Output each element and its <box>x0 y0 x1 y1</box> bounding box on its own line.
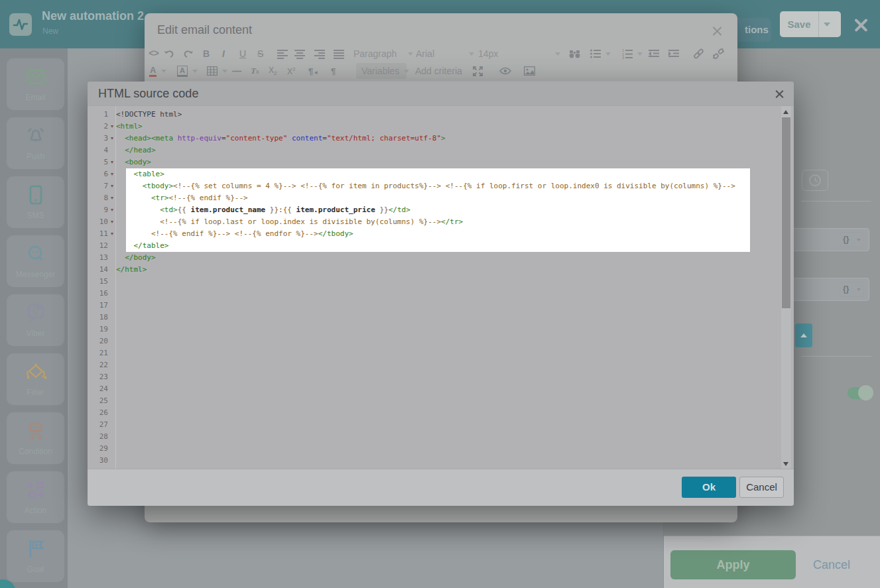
preview-eye-icon[interactable] <box>499 63 511 79</box>
collapse-up-button[interactable] <box>795 323 812 347</box>
condition-icon <box>7 419 64 443</box>
no-fold <box>108 407 116 419</box>
fold-caret-icon[interactable]: ▾ <box>108 180 116 192</box>
ok-button[interactable]: Ok <box>682 477 736 498</box>
save-dropdown-caret-icon[interactable] <box>824 23 830 30</box>
close-edit-modal-icon[interactable] <box>712 26 722 36</box>
chevron-down-icon <box>605 52 611 58</box>
outdent-icon[interactable] <box>649 46 659 62</box>
schedule-clock-button[interactable] <box>802 170 828 191</box>
font-color-icon[interactable]: A <box>149 63 166 79</box>
divider <box>801 201 871 202</box>
horizontal-line-icon[interactable]: — <box>232 63 241 79</box>
no-fold <box>108 240 116 252</box>
insert-variable-button[interactable]: {} <box>840 282 864 297</box>
line-number: 13 <box>93 252 108 264</box>
code-line-13: 13 </body> <box>93 252 788 264</box>
sidebar-item-viber[interactable]: Viber <box>7 294 64 346</box>
code-line-9: 9▾ <td>{{ item.product_name }}:{{ item.p… <box>93 204 788 216</box>
insert-variable-button[interactable]: {} <box>840 232 864 247</box>
code-line-20: 20 <box>93 335 788 347</box>
indent-icon[interactable] <box>668 46 679 62</box>
code-line-1: 1<!DOCTYPE html> <box>93 109 788 121</box>
unordered-list-icon[interactable] <box>590 46 611 62</box>
table-icon[interactable] <box>207 63 227 79</box>
paragraph-mark-left-icon[interactable]: ¶◄ <box>308 63 318 79</box>
fold-caret-icon[interactable]: ▾ <box>108 156 116 168</box>
no-fold <box>108 109 116 121</box>
sidebar-item-goal[interactable]: Goal <box>7 530 64 582</box>
fold-caret-icon[interactable]: ▾ <box>108 192 116 204</box>
sidebar-item-sms[interactable]: SMS <box>7 176 64 228</box>
sidebar-item-action[interactable]: Action <box>7 471 64 523</box>
align-left-icon[interactable] <box>277 46 288 62</box>
line-number: 2 <box>93 121 108 133</box>
sidebar-item-messenger[interactable]: Messenger <box>7 235 64 287</box>
editor-toolbar-row1: <>BIUSParagraphArial14px123 <box>145 46 737 62</box>
fold-caret-icon[interactable]: ▾ <box>108 216 116 228</box>
line-number: 25 <box>93 395 108 407</box>
sidebar-item-email[interactable]: Email <box>7 58 64 110</box>
underline-icon[interactable]: U <box>239 46 246 62</box>
fold-caret-icon[interactable]: ▾ <box>108 204 116 216</box>
fold-caret-icon[interactable]: ▾ <box>108 168 116 180</box>
no-fold <box>108 300 116 312</box>
strikethrough-icon[interactable]: S <box>257 46 263 62</box>
fullscreen-icon[interactable] <box>473 63 483 79</box>
add-criteria-button[interactable]: Add criteria <box>415 63 462 79</box>
no-fold <box>108 288 116 300</box>
find-icon[interactable] <box>569 46 580 62</box>
code-line-16: 16 <box>93 288 788 300</box>
arial-dropdown[interactable]: Arial <box>416 46 474 62</box>
14px-dropdown[interactable]: 14px <box>478 46 560 62</box>
background-color-icon[interactable]: A <box>177 63 198 79</box>
line-number: 10 <box>93 216 108 228</box>
close-code-modal-icon[interactable] <box>775 89 785 99</box>
code-line-23: 23 <box>93 371 788 383</box>
save-button[interactable]: Save <box>780 11 841 37</box>
align-right-icon[interactable] <box>314 46 325 62</box>
code-view-icon[interactable]: <> <box>149 46 158 62</box>
subscript-icon[interactable]: X2 <box>269 63 277 79</box>
paragraph-dropdown[interactable]: Paragraph <box>353 46 413 62</box>
svg-text:3: 3 <box>622 56 624 59</box>
superscript-icon[interactable]: X2 <box>287 63 295 79</box>
editor-toolbar-row2: AA—TxX2X2¶◄¶VariablesAdd criteria <box>145 63 737 79</box>
fold-caret-icon[interactable]: ▾ <box>108 133 116 145</box>
line-number: 1 <box>93 109 108 121</box>
bold-icon[interactable]: B <box>203 46 210 62</box>
code-line-15: 15 <box>93 276 788 288</box>
fold-caret-icon[interactable]: ▾ <box>108 121 116 133</box>
code-line-30: 30 <box>93 455 788 467</box>
drawer-cancel-button[interactable]: Cancel <box>813 550 850 579</box>
insert-image-icon[interactable] <box>524 63 535 79</box>
redo-icon[interactable] <box>183 46 194 62</box>
align-center-icon[interactable] <box>294 46 305 62</box>
no-fold <box>108 395 116 407</box>
link-icon[interactable] <box>693 46 704 62</box>
code-line-12: 12 </table> <box>93 240 788 252</box>
code-line-25: 25 <box>93 395 788 407</box>
viber-icon <box>7 301 64 325</box>
no-fold <box>108 276 116 288</box>
toggle-switch-on[interactable] <box>848 387 871 399</box>
apply-button[interactable]: Apply <box>670 550 796 579</box>
sidebar-item-condition[interactable]: Condition <box>7 412 64 464</box>
italic-icon[interactable]: I <box>222 46 225 62</box>
sidebar-item-filter[interactable]: Filter <box>7 353 64 405</box>
align-justify-icon[interactable] <box>334 46 344 62</box>
unlink-icon[interactable] <box>713 46 724 62</box>
paragraph-mark-icon[interactable]: ¶ <box>331 63 336 79</box>
code-editor[interactable]: 1<!DOCTYPE html>2▾<html>3▾ <head><meta h… <box>93 106 788 469</box>
action-icon <box>7 478 64 502</box>
close-automation-icon[interactable] <box>853 17 869 32</box>
fold-caret-icon[interactable]: ▾ <box>108 228 116 240</box>
sidebar-item-label: Viber <box>7 329 64 338</box>
ordered-list-icon[interactable]: 123 <box>622 46 643 62</box>
undo-icon[interactable] <box>164 46 174 62</box>
code-line-6: 6▾ <table> <box>93 168 788 180</box>
variables-dropdown[interactable]: Variables <box>356 63 407 79</box>
sidebar-item-push[interactable]: Push <box>7 117 64 169</box>
cancel-button[interactable]: Cancel <box>739 477 784 498</box>
clear-formatting-icon[interactable]: Tx <box>251 63 259 79</box>
